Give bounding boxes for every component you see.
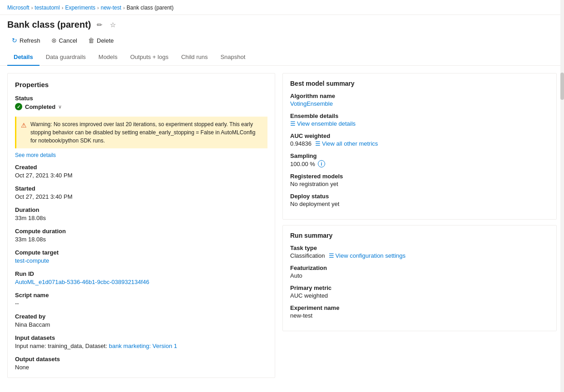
experiment-name-value: new-test: [290, 312, 549, 319]
sampling-value-row: 100.00 % i: [290, 160, 549, 167]
sampling-row: Sampling 100.00 % i: [290, 152, 549, 167]
refresh-icon: ↻: [12, 37, 17, 44]
breadcrumb-testautoml[interactable]: testautoml: [35, 5, 59, 11]
page-scrollbar-thumb[interactable]: [560, 73, 564, 100]
see-more-link[interactable]: See more details: [15, 152, 267, 158]
started-group: Started Oct 27, 2021 3:40 PM: [15, 185, 267, 200]
input-datasets-link[interactable]: bank marketing: Version 1: [109, 343, 177, 349]
config-link-text: View configuration settings: [336, 252, 406, 259]
page-scrollbar-track[interactable]: [560, 0, 564, 392]
registered-models-label: Registered models: [290, 173, 549, 180]
cancel-label: Cancel: [59, 37, 77, 44]
ensemble-label: Ensemble details: [290, 113, 549, 119]
output-datasets-label: Output datasets: [15, 356, 267, 363]
primary-metric-row: Primary metric AUC weighted: [290, 284, 549, 299]
created-label: Created: [15, 164, 267, 171]
featurization-value: Auto: [290, 272, 549, 279]
output-datasets-value: None: [15, 364, 267, 371]
task-type-label: Task type: [290, 245, 549, 251]
input-datasets-value: Input name: training_data, Dataset: bank…: [15, 343, 267, 349]
best-model-card: Best model summary Algorithm name Voting…: [282, 73, 557, 220]
created-by-value: Nina Baccam: [15, 321, 267, 328]
registered-models-value: No registration yet: [290, 181, 549, 187]
experiment-name-row: Experiment name new-test: [290, 304, 549, 319]
task-type-value: Classification: [290, 252, 325, 259]
page-title: Bank class (parent): [7, 20, 91, 30]
auc-row: AUC weighted 0.94836 ☰ View all other me…: [290, 132, 549, 147]
input-datasets-group: Input datasets Input name: training_data…: [15, 334, 267, 349]
primary-metric-value: AUC weighted: [290, 292, 549, 299]
view-metrics-link[interactable]: ☰ View all other metrics: [315, 140, 378, 147]
right-panel: Best model summary Algorithm name Voting…: [282, 73, 557, 378]
status-group: Status ✓ Completed ∨: [15, 95, 267, 110]
view-ensemble-link[interactable]: ☰ View ensemble details: [290, 120, 356, 127]
status-label: Status: [15, 95, 267, 102]
primary-metric-label: Primary metric: [290, 284, 549, 291]
compute-target-group: Compute target test-compute: [15, 249, 267, 264]
algorithm-row: Algorithm name VotingEnsemble: [290, 93, 549, 107]
created-by-label: Created by: [15, 313, 267, 320]
created-by-group: Created by Nina Baccam: [15, 313, 267, 328]
status-row: ✓ Completed ∨: [15, 103, 267, 110]
script-name-value: --: [15, 300, 267, 307]
run-id-label: Run ID: [15, 270, 267, 277]
tab-outputs-logs[interactable]: Outputs + logs: [124, 50, 175, 66]
task-type-row: Task type Classification ☰ View configur…: [290, 245, 549, 259]
sampling-info-icon[interactable]: i: [318, 160, 325, 167]
tab-models[interactable]: Models: [92, 50, 124, 66]
script-name-label: Script name: [15, 292, 267, 299]
experiment-name-label: Experiment name: [290, 304, 549, 311]
breadcrumb-microsoft[interactable]: Microsoft: [7, 5, 30, 11]
task-type-value-row: Classification ☰ View configuration sett…: [290, 252, 549, 259]
deploy-status-label: Deploy status: [290, 193, 549, 200]
duration-group: Duration 33m 18.08s: [15, 206, 267, 221]
star-icon[interactable]: ☆: [108, 20, 118, 30]
view-config-link[interactable]: ☰ View configuration settings: [329, 252, 406, 259]
algorithm-label: Algorithm name: [290, 93, 549, 99]
output-datasets-group: Output datasets None: [15, 356, 267, 371]
properties-title: Properties: [15, 81, 267, 88]
auc-label: AUC weighted: [290, 132, 549, 139]
compute-target-value[interactable]: test-compute: [15, 257, 49, 264]
auc-value: 0.94836: [290, 140, 312, 147]
tab-child-runs[interactable]: Child runs: [175, 50, 214, 66]
breadcrumb: Microsoft › testautoml › Experiments › n…: [0, 0, 564, 15]
duration-value: 33m 18.08s: [15, 215, 267, 221]
view-metrics-text: View all other metrics: [322, 140, 378, 147]
status-chevron-icon[interactable]: ∨: [58, 104, 62, 110]
cancel-button[interactable]: ⊗ Cancel: [47, 34, 82, 46]
algorithm-value[interactable]: VotingEnsemble: [290, 100, 333, 107]
main-content: Properties Status ✓ Completed ∨ ⚠ Warnin…: [0, 66, 564, 385]
edit-icon[interactable]: ✏: [95, 20, 104, 30]
compute-duration-label: Compute duration: [15, 228, 267, 235]
tab-data-guardrails[interactable]: Data guardrails: [40, 50, 92, 66]
cancel-icon: ⊗: [51, 37, 57, 44]
ensemble-link-text: View ensemble details: [297, 120, 356, 127]
best-model-title: Best model summary: [290, 80, 549, 87]
auc-metric-row: 0.94836 ☰ View all other metrics: [290, 140, 549, 147]
warning-text: Warning: No scores improved over last 20…: [30, 120, 263, 145]
breadcrumb-sep-4: ›: [123, 5, 125, 10]
sampling-label: Sampling: [290, 152, 549, 159]
toolbar: ↻ Refresh ⊗ Cancel 🗑 Delete: [0, 33, 564, 50]
run-id-value[interactable]: AutoML_e1d071ab-5336-46b1-9cbc-038932134…: [15, 279, 149, 285]
tab-snapshot[interactable]: Snapshot: [214, 50, 252, 66]
properties-panel: Properties Status ✓ Completed ∨ ⚠ Warnin…: [7, 73, 275, 378]
breadcrumb-sep-3: ›: [97, 5, 99, 10]
breadcrumb-experiments[interactable]: Experiments: [65, 5, 95, 11]
warning-box: ⚠ Warning: No scores improved over last …: [15, 117, 267, 148]
list-icon-metrics: ☰: [315, 140, 321, 147]
breadcrumb-new-test[interactable]: new-test: [101, 5, 121, 11]
breadcrumb-sep-1: ›: [31, 5, 33, 10]
created-value: Oct 27, 2021 3:40 PM: [15, 172, 267, 179]
run-summary-card: Run summary Task type Classification ☰ V…: [282, 225, 557, 331]
run-id-group: Run ID AutoML_e1d071ab-5336-46b1-9cbc-03…: [15, 270, 267, 285]
created-group: Created Oct 27, 2021 3:40 PM: [15, 164, 267, 179]
tab-details[interactable]: Details: [7, 50, 40, 66]
delete-icon: 🗑: [88, 37, 94, 44]
delete-button[interactable]: 🗑 Delete: [84, 34, 119, 46]
sampling-value: 100.00 %: [290, 161, 315, 167]
refresh-button[interactable]: ↻ Refresh: [7, 34, 45, 46]
input-datasets-label: Input datasets: [15, 334, 267, 341]
ensemble-row: Ensemble details ☰ View ensemble details: [290, 113, 549, 127]
